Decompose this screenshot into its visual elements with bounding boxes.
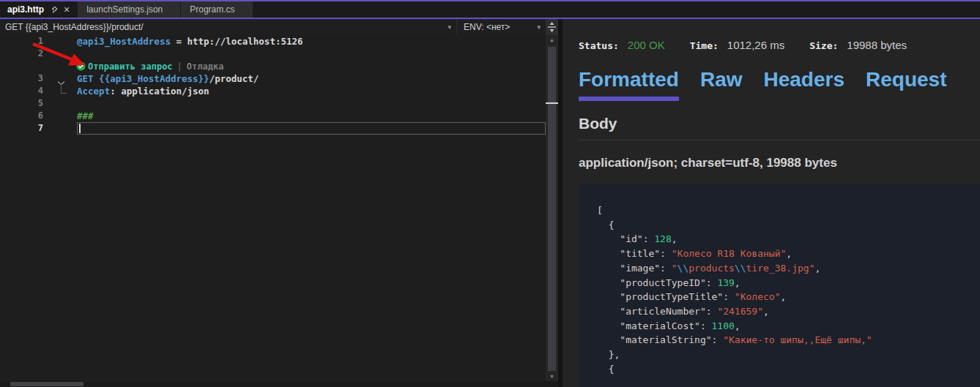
env-selector[interactable]: ENV: <нет> ▾: [456, 19, 546, 35]
tab-program-cs[interactable]: Program.cs: [181, 1, 252, 18]
json-line: [: [597, 203, 980, 218]
code-text: @api3_HostAddress = http://localhost:512…: [77, 35, 303, 48]
fold-scope-guide: [61, 83, 67, 94]
status-label: Status:: [579, 40, 619, 51]
split-editor-icon: [547, 21, 557, 33]
scroll-down-icon[interactable]: ▼: [546, 374, 558, 379]
tab-label: api3.http: [7, 4, 44, 15]
line-number: 5: [0, 97, 45, 110]
response-tab-raw[interactable]: Raw: [700, 68, 743, 101]
request-selector[interactable]: GET {{api3_HostAddress}}/product/ ▾: [0, 19, 456, 35]
json-line: "title": "Колесо R18 Кованый",: [597, 247, 980, 261]
line-number: 7: [0, 122, 45, 135]
request-selector-value: GET {{api3_HostAddress}}/product/: [5, 22, 144, 32]
tab-label: launchSettings.json: [86, 4, 163, 15]
line-number: 3: [0, 72, 45, 85]
content-type-line: application/json; charset=utf-8, 19988 b…: [579, 156, 980, 170]
json-line: },: [597, 347, 980, 362]
status-value: 200 OK: [628, 39, 665, 51]
json-line: "productTypeID": 139,: [597, 276, 980, 290]
fold-margin: [45, 35, 77, 48]
response-body-box: [ { "id": 128, "title": "Колесо R18 Кова…: [579, 184, 980, 387]
document-tabstrip: api3.http × launchSettings.json Program.…: [0, 1, 980, 18]
send-request-check-icon[interactable]: [76, 61, 86, 71]
json-line: "id": 128,: [597, 232, 980, 247]
caret-position-marker: [546, 102, 558, 104]
http-editor-pane: GET {{api3_HostAddress}}/product/ ▾ ENV:…: [0, 19, 558, 387]
json-line: {: [597, 218, 980, 233]
json-code: [ { "id": 128, "title": "Колесо R18 Кова…: [597, 203, 980, 376]
tab-label: Program.cs: [190, 4, 234, 15]
chevron-down-icon: ▾: [537, 23, 546, 31]
code-text: ###: [77, 110, 94, 122]
json-line: "productTypeTitle": "Колесо",: [597, 290, 980, 304]
time-value: 1012,26 ms: [727, 39, 784, 51]
editor-horizontal-scrollbar[interactable]: [0, 381, 558, 387]
line-number: 1: [0, 35, 45, 48]
debug-request-link[interactable]: Отладка: [187, 61, 224, 72]
main-split: GET {{api3_HostAddress}}/product/ ▾ ENV:…: [0, 19, 980, 387]
fold-margin: [45, 48, 77, 60]
env-selector-value: ENV: <нет>: [464, 22, 510, 32]
line-number: 4: [0, 85, 45, 97]
editor-line[interactable]: 3GET {{api3_HostAddress}}/product/: [0, 72, 546, 85]
code-text: Accept: application/json: [77, 85, 209, 97]
editor-line[interactable]: 7: [0, 122, 546, 135]
fold-margin: [45, 97, 77, 110]
split-editor-button[interactable]: [546, 19, 558, 35]
editor-line[interactable]: 4Accept: application/json: [0, 85, 546, 97]
tab-api3-http[interactable]: api3.http ×: [0, 1, 77, 18]
chevron-down-icon: ▾: [448, 23, 456, 31]
json-line: "image": "\\products\\tire_38.jpg",: [597, 261, 980, 276]
editor-vertical-scrollbar[interactable]: ▲ ▼: [546, 35, 558, 381]
json-line: "materialCost": 1100,: [597, 319, 980, 334]
size-label: Size:: [809, 40, 838, 51]
codelens-row: Отправить запрос|Отладка: [0, 60, 546, 72]
json-line: "materialString": "Какие-то шипы,,Ещё ши…: [597, 333, 980, 347]
current-line-box[interactable]: [77, 122, 546, 135]
tab-launchsettings-json[interactable]: launchSettings.json: [78, 1, 180, 18]
codelens-separator: |: [177, 61, 182, 72]
editor-lines: 1@api3_HostAddress = http://localhost:51…: [0, 35, 546, 135]
fold-margin: [45, 122, 77, 135]
editor-line[interactable]: 1@api3_HostAddress = http://localhost:51…: [0, 35, 546, 48]
response-pane: Status: 200 OK Time: 1012,26 ms Size: 19…: [563, 19, 980, 387]
time-label: Time:: [690, 40, 719, 51]
editor-line[interactable]: 6###: [0, 110, 546, 122]
response-status-row: Status: 200 OK Time: 1012,26 ms Size: 19…: [579, 39, 980, 51]
scrollbar-thumb[interactable]: [548, 47, 556, 371]
scrollbar-thumb[interactable]: [10, 382, 83, 386]
response-tab-formatted[interactable]: Formatted: [579, 68, 679, 101]
fold-margin: [45, 85, 77, 97]
scroll-up-icon[interactable]: ▲: [546, 37, 558, 42]
code-text: GET {{api3_HostAddress}}/product/: [77, 72, 259, 85]
http-toolbar: GET {{api3_HostAddress}}/product/ ▾ ENV:…: [0, 19, 558, 35]
close-icon[interactable]: ×: [64, 5, 70, 14]
line-number: 6: [0, 110, 45, 122]
response-tab-request[interactable]: Request: [866, 68, 946, 101]
vs-window: api3.http × launchSettings.json Program.…: [0, 0, 980, 387]
editor[interactable]: 1@api3_HostAddress = http://localhost:51…: [0, 35, 546, 381]
editor-line[interactable]: 5: [0, 97, 546, 110]
json-line: {: [597, 362, 980, 377]
send-request-link[interactable]: Отправить запрос: [88, 61, 173, 72]
size-value: 19988 bytes: [847, 39, 907, 51]
body-heading: Body: [579, 115, 980, 132]
response-tabs: FormattedRawHeadersRequest: [579, 68, 980, 101]
section-divider: [579, 140, 980, 140]
response-tab-headers[interactable]: Headers: [763, 68, 844, 101]
fold-margin: [45, 110, 77, 122]
json-line: "articleNumber": "241659",: [597, 304, 980, 319]
editor-line[interactable]: 2: [0, 48, 546, 60]
line-number: 2: [0, 48, 45, 60]
pin-icon[interactable]: [50, 6, 58, 14]
